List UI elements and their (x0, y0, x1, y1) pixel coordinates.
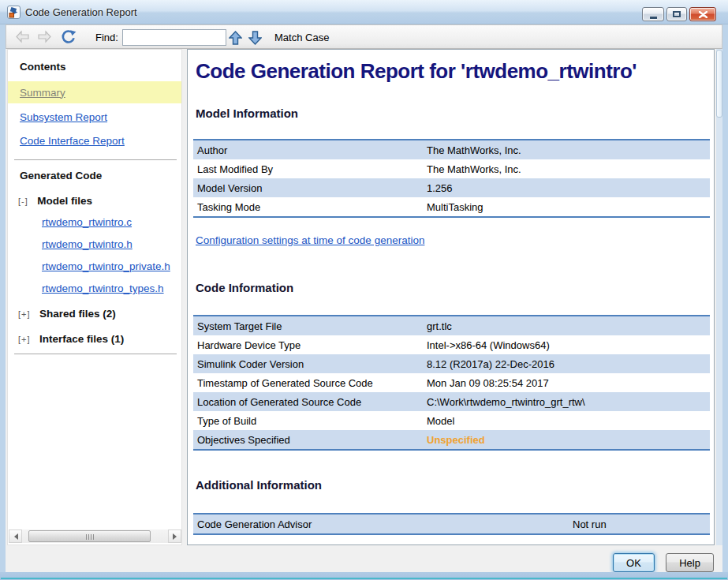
table-row: Tasking Mode MultiTasking (193, 197, 710, 216)
file-link-text[interactable]: rtwdemo_rtwintro.c (42, 216, 132, 228)
row-value: Model (427, 415, 454, 427)
collapse-toggle-icon[interactable]: [-] (18, 196, 28, 206)
sidebar-divider (14, 354, 177, 354)
expand-toggle-icon[interactable]: [+] (18, 309, 31, 319)
code-interface-report-link[interactable]: Code Interface Report (20, 135, 125, 147)
additional-information-heading: Additional Information (196, 478, 322, 492)
table-row: Type of Build Model (193, 411, 710, 430)
summary-link[interactable]: Summary (20, 87, 65, 99)
scroll-right-button[interactable] (168, 529, 181, 543)
tree-group-shared-files: [+] Shared files (2) (18, 306, 116, 320)
file-link-text[interactable]: rtwdemo_rtwintro.h (42, 238, 133, 250)
row-value: grt.tlc (427, 320, 452, 332)
table-row: System Target File grt.tlc (193, 316, 710, 335)
client-area: Contents Summary Subsystem Report Code I… (6, 49, 722, 546)
row-label: Author (193, 144, 427, 156)
interface-files-label: Interface files (1) (39, 333, 124, 345)
objectives-status-value: Unspecified (427, 434, 485, 446)
minimize-button[interactable] (642, 7, 664, 21)
scrollbar-grip-icon (86, 534, 94, 540)
row-value: 1.256 (427, 182, 453, 194)
window-bottom-accent (1, 578, 727, 579)
titlebar[interactable]: Code Generation Report (0, 0, 728, 24)
row-value: Mon Jan 09 08:25:54 2017 (427, 377, 549, 389)
refresh-icon (60, 29, 77, 45)
row-label: Tasking Mode (193, 201, 427, 213)
file-link-rtwdemo-rtwintro-types-h[interactable]: rtwdemo_rtwintro_types.h (42, 281, 182, 295)
sidebar-item-subsystem-report[interactable]: Subsystem Report (20, 110, 107, 124)
subsystem-report-link[interactable]: Subsystem Report (20, 111, 107, 123)
scrollbar-thumb[interactable] (28, 530, 151, 542)
report-vertical-scrollbar[interactable] (716, 49, 722, 545)
scrollbar-track[interactable] (22, 529, 168, 543)
configuration-settings-link[interactable]: Configuration settings at time of code g… (196, 234, 424, 246)
refresh-button[interactable] (60, 29, 77, 48)
find-previous-button[interactable] (229, 31, 242, 48)
window-controls (642, 7, 716, 21)
scrollbar-thumb[interactable] (716, 50, 722, 118)
sidebar-item-code-interface-report[interactable]: Code Interface Report (20, 133, 125, 148)
code-information-table: System Target File grt.tlc Hardware Devi… (193, 315, 710, 451)
code-information-heading: Code Information (196, 281, 293, 294)
row-value: Not run (573, 518, 607, 530)
close-button[interactable] (689, 7, 716, 21)
table-row: Location of Generated Source Code C:\Wor… (193, 392, 710, 411)
row-value: The MathWorks, Inc. (427, 163, 521, 175)
tree-group-interface-files: [+] Interface files (1) (18, 331, 124, 346)
sidebar-divider (14, 159, 177, 160)
row-label: Last Modified By (193, 163, 427, 175)
row-label: System Target File (193, 320, 427, 332)
table-row: Author The MathWorks, Inc. (193, 140, 710, 159)
back-button[interactable] (15, 30, 30, 47)
contents-heading: Contents (20, 61, 66, 73)
file-link-text[interactable]: rtwdemo_rtwintro_private.h (42, 260, 170, 272)
row-value: 8.12 (R2017a) 22-Dec-2016 (427, 358, 554, 370)
report-title: Code Generation Report for 'rtwdemo_rtwi… (196, 59, 637, 84)
model-files-label: Model files (37, 195, 92, 207)
row-label: Timestamp of Generated Source Code (193, 377, 427, 389)
ok-button[interactable]: OK (613, 553, 655, 572)
sidebar-horizontal-scrollbar[interactable] (9, 529, 181, 543)
down-arrow-icon (248, 31, 262, 45)
generated-code-heading: Generated Code (20, 170, 102, 181)
find-next-button[interactable] (248, 31, 262, 48)
row-label: Simulink Coder Version (193, 358, 427, 370)
find-input[interactable] (122, 29, 226, 46)
report-content: Code Generation Report for 'rtwdemo_rtwi… (187, 49, 715, 545)
match-case-toggle[interactable]: Match Case (274, 32, 329, 43)
tree-group-model-files: [-] Model files (18, 193, 92, 208)
scroll-right-icon (173, 533, 180, 540)
scroll-left-icon (11, 533, 18, 540)
row-value: The MathWorks, Inc. (427, 144, 521, 156)
up-arrow-icon (229, 31, 242, 45)
row-label: Code Generation Advisor (193, 518, 573, 530)
shared-files-label: Shared files (2) (39, 308, 116, 320)
back-arrow-icon (15, 30, 30, 43)
file-link-text[interactable]: rtwdemo_rtwintro_types.h (42, 283, 164, 294)
table-row: Timestamp of Generated Source Code Mon J… (193, 373, 710, 392)
file-link-rtwdemo-rtwintro-c[interactable]: rtwdemo_rtwintro.c (42, 215, 182, 229)
expand-toggle-icon[interactable]: [+] (18, 335, 31, 344)
file-link-rtwdemo-rtwintro-h[interactable]: rtwdemo_rtwintro.h (42, 237, 182, 251)
file-link-rtwdemo-rtwintro-private-h[interactable]: rtwdemo_rtwintro_private.h (42, 259, 182, 273)
table-row: Model Version 1.256 (193, 178, 710, 197)
scroll-left-button[interactable] (9, 529, 22, 543)
row-value: C:\Work\rtwdemo_rtwintro_grt_rtw\ (427, 396, 585, 408)
help-button[interactable]: Help (666, 553, 714, 572)
sidebar-item-summary[interactable]: Summary (8, 81, 182, 103)
forward-button[interactable] (37, 30, 52, 47)
table-row: Hardware Device Type Intel->x86-64 (Wind… (193, 335, 710, 354)
additional-information-table: Code Generation Advisor Not run (193, 513, 710, 535)
find-label: Find: (95, 32, 118, 43)
app-icon (7, 6, 21, 19)
row-label: Type of Build (193, 415, 427, 427)
maximize-button[interactable] (666, 7, 687, 21)
sidebar: Contents Summary Subsystem Report Code I… (7, 49, 182, 545)
close-icon (699, 11, 707, 18)
code-generation-report-window: Code Generation Report (0, 0, 728, 580)
row-label: Model Version (193, 182, 427, 194)
model-information-heading: Model Information (196, 107, 298, 120)
table-row: Code Generation Advisor Not run (193, 515, 710, 533)
table-row: Simulink Coder Version 8.12 (R2017a) 22-… (193, 354, 710, 373)
row-label: Hardware Device Type (193, 339, 427, 351)
